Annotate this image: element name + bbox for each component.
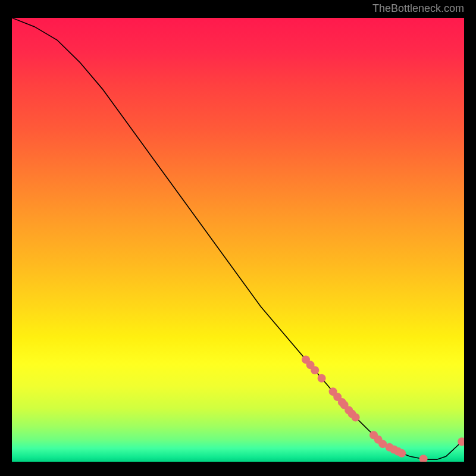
chart-plot-area [12, 18, 464, 462]
bottleneck-curve [12, 18, 464, 459]
curve-marker [352, 413, 360, 421]
attribution-label: TheBottleneck.com [372, 2, 464, 15]
curve-marker [397, 449, 406, 458]
chart-svg [12, 18, 464, 462]
curve-marker [311, 366, 319, 374]
curve-markers [302, 355, 464, 462]
curve-marker [318, 374, 326, 383]
curve-marker [419, 455, 428, 462]
